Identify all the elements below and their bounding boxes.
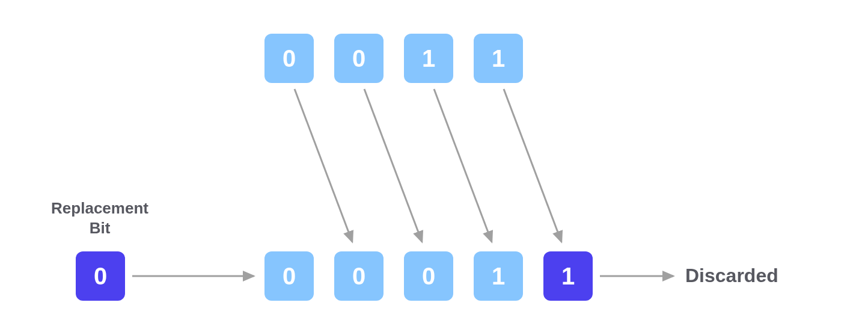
arrow-shift-0 xyxy=(295,89,352,242)
bottom-bit-value: 0 xyxy=(422,263,435,290)
bottom-bit-value: 0 xyxy=(352,263,365,290)
top-bit-value: 1 xyxy=(422,45,435,72)
arrow-shift-3 xyxy=(504,89,561,242)
bottom-bit-0: 0 xyxy=(264,251,314,301)
bottom-bit-2: 0 xyxy=(404,251,453,301)
arrow-shift-1 xyxy=(364,89,422,242)
label-discarded: Discarded xyxy=(685,265,778,287)
bottom-bit-1: 0 xyxy=(334,251,384,301)
top-bit-value: 1 xyxy=(492,45,505,72)
top-bit-1: 0 xyxy=(334,34,384,83)
top-bit-value: 0 xyxy=(352,45,365,72)
label-replacement-bit: Replacement Bit xyxy=(34,198,166,238)
top-bit-3: 1 xyxy=(474,34,523,83)
bottom-bit-value: 0 xyxy=(283,263,296,290)
arrow-shift-2 xyxy=(434,89,492,242)
top-bit-2: 1 xyxy=(404,34,453,83)
top-bit-value: 0 xyxy=(283,45,296,72)
bottom-bit-value: 1 xyxy=(492,263,505,290)
top-bit-0: 0 xyxy=(264,34,314,83)
bottom-bit-discarded: 1 xyxy=(543,251,593,301)
bottom-bit-value: 1 xyxy=(561,263,575,290)
replacement-bit-box: 0 xyxy=(76,251,125,301)
replacement-bit-value: 0 xyxy=(94,263,107,290)
bottom-bit-3: 1 xyxy=(474,251,523,301)
